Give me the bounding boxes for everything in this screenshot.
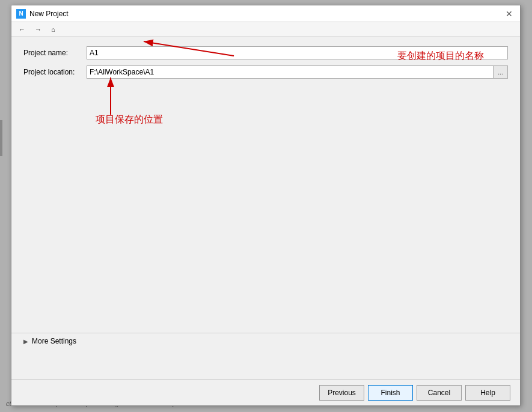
annotation-arrows (11, 37, 520, 379)
toolbar: ← → ⌂ (11, 22, 520, 37)
forward-button[interactable]: → (32, 25, 44, 34)
annotation-location: 项目保存的位置 (96, 114, 163, 126)
resize-handle-left (0, 120, 2, 156)
title-bar-left: N New Project (16, 9, 69, 19)
project-name-label: Project name: (23, 49, 87, 57)
new-project-dialog: N New Project ✕ ← → ⌂ Project name: Proj… (11, 5, 521, 406)
cancel-button[interactable]: Cancel (417, 385, 462, 401)
close-icon[interactable]: ✕ (503, 10, 515, 18)
title-bar: N New Project ✕ (11, 5, 520, 22)
dialog-title: New Project (29, 10, 69, 18)
more-settings-label: More Settings (32, 337, 76, 345)
project-location-input[interactable] (87, 65, 494, 79)
project-location-row: Project location: ... (23, 65, 508, 79)
dialog-icon: N (16, 9, 26, 19)
more-settings-row: ▶ More Settings (11, 333, 520, 349)
main-content: Project name: Project location: ... 要创建的… (11, 37, 520, 379)
previous-button[interactable]: Previous (319, 385, 364, 401)
finish-button[interactable]: Finish (368, 385, 413, 401)
more-settings-icon: ▶ (23, 338, 28, 345)
back-button[interactable]: ← (16, 25, 28, 34)
annotation-name: 要创建的项目的名称 (397, 50, 484, 62)
home-button[interactable]: ⌂ (49, 25, 58, 34)
project-location-label: Project location: (23, 68, 87, 76)
button-bar: Previous Finish Cancel Help (11, 379, 520, 405)
browse-button[interactable]: ... (494, 65, 508, 79)
help-button[interactable]: Help (465, 385, 510, 401)
